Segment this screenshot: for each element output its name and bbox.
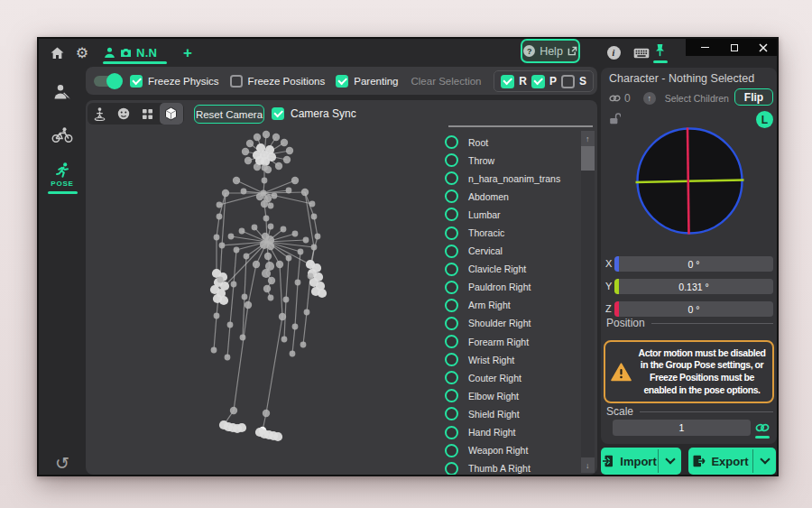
bone-toggle-circle[interactable] bbox=[445, 371, 458, 384]
bone-toggle-circle[interactable] bbox=[445, 263, 458, 276]
export-main[interactable]: Export bbox=[688, 448, 752, 475]
lock-button[interactable] bbox=[609, 112, 621, 128]
position-label: P bbox=[549, 75, 557, 88]
view-3d-button[interactable] bbox=[160, 103, 184, 125]
bone-list-item[interactable]: Throw bbox=[445, 152, 578, 170]
bone-toggle-circle[interactable] bbox=[445, 208, 458, 221]
bone-list-item[interactable]: Hand Right bbox=[445, 423, 578, 441]
section-rule bbox=[651, 323, 773, 324]
rotation-y-field[interactable]: 0.131 ° bbox=[614, 279, 773, 294]
rotation-gizmo[interactable] bbox=[631, 122, 749, 240]
bone-toggle-circle[interactable] bbox=[445, 426, 458, 439]
flip-button[interactable]: Flip bbox=[734, 88, 773, 106]
bone-list-item[interactable]: Weapon Right bbox=[445, 441, 578, 459]
camera-sync-checkbox[interactable]: Camera Sync bbox=[272, 107, 356, 120]
close-button[interactable] bbox=[753, 40, 773, 55]
bone-list-item[interactable]: Abdomen bbox=[445, 188, 578, 206]
scroll-down-button[interactable]: ↓ bbox=[581, 457, 595, 473]
view-grid-button[interactable] bbox=[135, 103, 160, 125]
maximize-button[interactable] bbox=[724, 40, 744, 55]
bone-list-item[interactable]: Forearm Right bbox=[445, 333, 578, 351]
bone-toggle-circle[interactable] bbox=[445, 226, 458, 240]
bone-list-item[interactable]: Clavicle Right bbox=[445, 260, 578, 278]
bone-toggle-circle[interactable] bbox=[445, 407, 458, 420]
bone-list-item[interactable]: Elbow Right bbox=[445, 387, 578, 405]
rotation-x-field[interactable]: 0 ° bbox=[614, 256, 773, 272]
home-icon bbox=[51, 47, 64, 60]
bone-toggle-circle[interactable] bbox=[445, 153, 458, 167]
bone-toggle-circle[interactable] bbox=[445, 335, 458, 348]
scroll-up-button[interactable]: ↑ bbox=[581, 131, 595, 146]
sidebar-item-motion[interactable] bbox=[39, 121, 86, 148]
viewport[interactable]: Reset Camera Camera Sync RootThrown_hara… bbox=[86, 100, 597, 475]
scrollbar-thumb[interactable] bbox=[581, 146, 595, 171]
bone-toggle-circle[interactable] bbox=[445, 299, 458, 312]
help-button[interactable]: ? Help bbox=[521, 39, 580, 63]
rotation-checkbox[interactable] bbox=[501, 75, 514, 88]
minimize-icon bbox=[701, 47, 709, 49]
clear-selection-button[interactable]: Clear Selection bbox=[411, 76, 482, 87]
bone-list-item[interactable]: Thumb A Right bbox=[445, 459, 578, 475]
rps-group: R P S bbox=[494, 70, 594, 92]
bone-name: Elbow Right bbox=[468, 391, 519, 402]
settings-button[interactable]: ⚙ bbox=[71, 39, 93, 67]
view-pose-button[interactable] bbox=[88, 103, 112, 125]
freeze-physics-checkbox[interactable]: Freeze Physics bbox=[130, 75, 219, 88]
position-checkbox[interactable] bbox=[531, 75, 545, 88]
bone-name: Hand Right bbox=[468, 427, 516, 438]
reset-camera-button[interactable]: Reset Camera bbox=[194, 105, 264, 124]
export-dropdown-button[interactable] bbox=[753, 448, 776, 475]
bone-toggle-circle[interactable] bbox=[445, 189, 458, 203]
select-children-button[interactable]: Select Children bbox=[665, 93, 729, 104]
smiley-face-icon bbox=[117, 107, 130, 120]
bone-list-item[interactable]: Root bbox=[445, 134, 578, 152]
bone-toggle-circle[interactable] bbox=[445, 317, 458, 330]
bone-list-item[interactable]: Arm Right bbox=[445, 296, 578, 314]
scale-checkbox[interactable] bbox=[561, 75, 575, 88]
close-icon bbox=[759, 43, 768, 52]
bone-toggle-circle[interactable] bbox=[445, 444, 458, 457]
minimize-button[interactable] bbox=[695, 40, 715, 55]
bone-toggle-circle[interactable] bbox=[445, 245, 458, 258]
bone-name: Shoulder Right bbox=[468, 318, 531, 328]
import-button[interactable]: Import bbox=[601, 448, 681, 475]
scale-field[interactable]: 1 bbox=[613, 420, 751, 436]
bone-list-scrollbar[interactable]: ↑ ↓ bbox=[581, 131, 595, 473]
parenting-checkbox[interactable]: Parenting bbox=[336, 75, 398, 88]
home-button[interactable] bbox=[46, 39, 68, 67]
sidebar-item-pose[interactable]: POSE bbox=[39, 160, 86, 190]
toggle-knob bbox=[106, 73, 123, 89]
bone-list-item[interactable]: Wrist Right bbox=[445, 351, 578, 369]
bone-toggle-circle[interactable] bbox=[445, 389, 458, 402]
import-dropdown-button[interactable] bbox=[659, 448, 681, 475]
freeze-positions-checkbox[interactable]: Freeze Positions bbox=[230, 75, 326, 88]
select-parent-button[interactable]: ↑ bbox=[643, 92, 656, 105]
bone-list-item[interactable]: Thoracic bbox=[445, 224, 578, 242]
import-main[interactable]: Import bbox=[601, 448, 658, 475]
local-space-badge[interactable]: L bbox=[756, 111, 773, 128]
bone-list-item[interactable]: Shield Right bbox=[445, 405, 578, 423]
sidebar-item-face-edit[interactable] bbox=[39, 79, 86, 106]
bone-toggle-circle[interactable] bbox=[445, 135, 458, 149]
bone-toggle-circle[interactable] bbox=[445, 281, 458, 294]
export-button[interactable]: Export bbox=[688, 448, 776, 475]
bone-list-item[interactable]: Couter Right bbox=[445, 369, 578, 387]
bone-name: Forearm Right bbox=[468, 337, 529, 347]
new-tab-button[interactable]: + bbox=[176, 39, 199, 67]
pose-master-toggle[interactable] bbox=[94, 72, 120, 89]
undo-button[interactable]: ↺ bbox=[39, 451, 86, 475]
scale-link-toggle[interactable] bbox=[754, 420, 770, 435]
bone-toggle-circle[interactable] bbox=[445, 171, 458, 185]
bone-list-item[interactable]: Shoulder Right bbox=[445, 314, 578, 332]
info-button[interactable]: i bbox=[603, 39, 624, 67]
bone-list-item[interactable]: Cervical bbox=[445, 242, 578, 260]
bone-toggle-circle[interactable] bbox=[445, 462, 458, 475]
pose-toolbar: Freeze Physics Freeze Positions Parentin… bbox=[86, 67, 597, 95]
bone-list-item[interactable]: Pauldron Right bbox=[445, 278, 578, 296]
freeze-positions-label: Freeze Positions bbox=[248, 76, 326, 87]
view-face-button[interactable] bbox=[112, 103, 136, 125]
rotation-z-field[interactable]: 0 ° bbox=[614, 301, 773, 317]
bone-toggle-circle[interactable] bbox=[445, 353, 458, 366]
bone-list-item[interactable]: Lumbar bbox=[445, 206, 578, 224]
bone-list-item[interactable]: n_hara_noanim_trans bbox=[445, 170, 578, 188]
